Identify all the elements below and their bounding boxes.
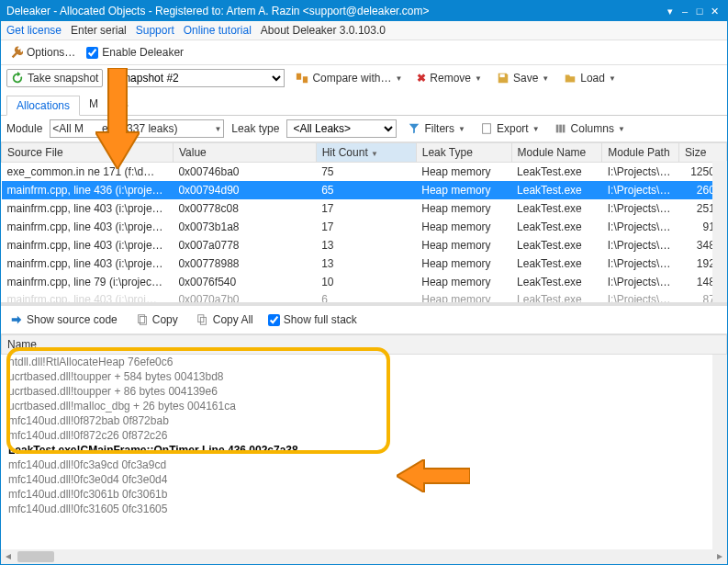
svg-rect-4 bbox=[555, 125, 558, 133]
about-label: About Deleaker 3.0.103.0 bbox=[261, 24, 386, 37]
options-button[interactable]: Options… bbox=[6, 44, 79, 61]
filters-button[interactable]: Filters ▼ bbox=[404, 120, 469, 137]
tutorial-link[interactable]: Online tutorial bbox=[184, 24, 252, 37]
stack-entry[interactable]: ntdll.dll!RtlAllocateHeap 76efe0c6 bbox=[1, 355, 727, 369]
arrow-right-icon bbox=[10, 313, 23, 326]
columns-label: Columns bbox=[571, 122, 614, 135]
compare-button[interactable]: Compare with… ▼ bbox=[292, 70, 406, 86]
table-row[interactable]: mainfrm.cpp, line 79 (i:\projec…0x0076f5… bbox=[2, 273, 727, 291]
enable-checkbox-input[interactable] bbox=[86, 47, 98, 59]
hscroll-thumb[interactable] bbox=[17, 551, 54, 562]
stack-entry[interactable]: ucrtbased.dll!toupper + 86 bytes 004139e… bbox=[1, 384, 727, 399]
save-icon bbox=[497, 72, 510, 85]
stack-entry[interactable]: LeakTest.exe!CMainFrame::OnTimer Line 43… bbox=[1, 443, 727, 458]
columns-button[interactable]: Columns ▼ bbox=[551, 120, 629, 137]
load-button[interactable]: Load ▼ bbox=[560, 70, 620, 86]
th-source-file[interactable]: Source File bbox=[2, 143, 174, 163]
load-icon bbox=[564, 72, 577, 85]
copy-all-icon bbox=[196, 313, 209, 326]
enter-serial-link[interactable]: Enter serial bbox=[71, 24, 127, 37]
copy-button[interactable]: Copy bbox=[132, 311, 182, 328]
load-label: Load bbox=[580, 72, 605, 85]
remove-icon: ✖ bbox=[417, 72, 426, 85]
options-label: Options… bbox=[27, 46, 75, 59]
options-toolbar: Options… Enable Deleaker bbox=[1, 40, 727, 64]
copy-all-button[interactable]: Copy All bbox=[193, 311, 257, 328]
svg-rect-6 bbox=[562, 125, 565, 133]
chevron-down-icon: ▼ bbox=[618, 125, 625, 133]
stack-entry[interactable]: mfc140ud.dll!0fc3061b 0fc3061b bbox=[1, 487, 727, 502]
chevron-down-icon: ▼ bbox=[542, 74, 549, 83]
module-label: Module bbox=[6, 122, 42, 135]
table-row[interactable]: mainfrm.cpp, line 403 (i:\proje…0x00778c… bbox=[2, 199, 727, 218]
svg-rect-0 bbox=[297, 73, 301, 80]
chevron-down-icon: ▼ bbox=[395, 74, 402, 83]
stack-entry[interactable]: mfc140ud.dll!0fc31605 0fc31605 bbox=[1, 502, 727, 516]
th-module-name[interactable]: Module Name bbox=[511, 143, 602, 163]
stack-vscroll[interactable] bbox=[712, 355, 727, 549]
save-button[interactable]: Save ▼ bbox=[493, 70, 553, 86]
leak-type-label: Leak type bbox=[231, 122, 279, 135]
export-button[interactable]: Export ▼ bbox=[476, 120, 543, 137]
stack-entry[interactable]: mfc140ud.dll!0f872bab 0f872bab bbox=[1, 413, 727, 428]
maximize-button[interactable]: □ bbox=[692, 6, 707, 17]
enable-label: Enable Deleaker bbox=[102, 46, 184, 59]
svg-rect-5 bbox=[559, 125, 562, 133]
stack-entry[interactable]: mfc140ud.dll!0fc3a9cd 0fc3a9cd bbox=[1, 458, 727, 472]
table-vscroll[interactable] bbox=[712, 161, 727, 302]
allocations-table[interactable]: Source File Value Hit Count ▼ Leak Type … bbox=[1, 142, 727, 302]
snapshot-select[interactable]: Snapshot #2 bbox=[110, 69, 285, 87]
table-row[interactable]: mainfrm.cpp, line 403 (i:\proj…0x0070a7b… bbox=[2, 291, 727, 303]
hscroll[interactable]: ◂ ▸ bbox=[1, 549, 727, 564]
table-row[interactable]: mainfrm.cpp, line 403 (i:\proje…0x007a07… bbox=[2, 236, 727, 254]
copy-label: Copy bbox=[152, 313, 178, 326]
window-title: Deleaker - Allocated Objects - Registere… bbox=[6, 5, 663, 17]
table-row[interactable]: exe_common.in ne 171 (f:\d…0x00746ba075H… bbox=[2, 163, 727, 181]
svg-rect-1 bbox=[303, 76, 308, 83]
enable-deleaker-checkbox[interactable]: Enable Deleaker bbox=[86, 46, 184, 59]
chevron-down-icon: ▼ bbox=[532, 125, 540, 133]
table-row[interactable]: mainfrm.cpp, line 436 (i:\proje…0x00794d… bbox=[2, 181, 727, 199]
get-license-link[interactable]: Get license bbox=[6, 24, 62, 37]
save-label: Save bbox=[513, 72, 538, 85]
stack-entry[interactable]: mfc140ud.dll!0fc3e0d4 0fc3e0d4 bbox=[1, 472, 727, 487]
reload-icon bbox=[11, 72, 24, 85]
stack-entry[interactable]: mfc140ud.dll!0f872c26 0f872c26 bbox=[1, 428, 727, 443]
svg-rect-2 bbox=[499, 74, 504, 78]
stack-entry[interactable]: ucrtbased.dll!toupper + 584 bytes 00413b… bbox=[1, 369, 727, 384]
leak-type-select[interactable]: <All Leaks> bbox=[286, 119, 397, 138]
wrench-icon bbox=[10, 46, 23, 59]
th-leak-type[interactable]: Leak Type bbox=[416, 143, 511, 163]
show-full-stack-checkbox[interactable]: Show full stack bbox=[268, 313, 357, 326]
compare-label: Compare with… bbox=[312, 72, 391, 85]
tab-allocations[interactable]: Allocations bbox=[6, 96, 80, 116]
th-module-path[interactable]: Module Path bbox=[602, 143, 679, 163]
full-stack-input[interactable] bbox=[268, 314, 280, 326]
support-link[interactable]: Support bbox=[136, 24, 174, 37]
table-row[interactable]: mainfrm.cpp, line 403 (i:\proje…0x0073b1… bbox=[2, 218, 727, 236]
full-stack-label: Show full stack bbox=[284, 313, 357, 326]
th-hit-count[interactable]: Hit Count ▼ bbox=[316, 143, 416, 163]
th-size[interactable]: Size bbox=[679, 143, 727, 163]
chevron-down-icon: ▼ bbox=[609, 74, 616, 83]
take-snapshot-button[interactable]: Take snapshot bbox=[6, 69, 103, 87]
table-row[interactable]: mainfrm.cpp, line 403 (i:\proje…0x007789… bbox=[2, 254, 727, 273]
menubar: Get license Enter serial Support Online … bbox=[1, 21, 727, 40]
minimize-button[interactable]: ▾ bbox=[663, 6, 678, 17]
chevron-down-icon: ▼ bbox=[458, 125, 465, 133]
copy-all-label: Copy All bbox=[213, 313, 253, 326]
svg-rect-3 bbox=[483, 124, 491, 134]
close-button[interactable]: ✕ bbox=[707, 6, 722, 17]
minimize-button[interactable]: – bbox=[678, 6, 692, 17]
export-icon bbox=[480, 122, 493, 135]
th-value[interactable]: Value bbox=[173, 143, 316, 163]
take-snapshot-label: Take snapshot bbox=[28, 72, 98, 85]
stack-entry[interactable]: ucrtbased.dll!malloc_dbg + 26 bytes 0041… bbox=[1, 399, 727, 413]
remove-label: Remove bbox=[430, 72, 471, 85]
tab-modules[interactable]: M es bbox=[80, 95, 138, 115]
module-select[interactable]: <All M es> (337 leaks) ▼ bbox=[50, 119, 224, 138]
show-source-button[interactable]: Show source code bbox=[6, 311, 121, 328]
remove-button[interactable]: ✖ Remove ▼ bbox=[413, 70, 486, 86]
stack-header-name[interactable]: Name bbox=[1, 334, 727, 355]
columns-icon bbox=[554, 122, 567, 135]
